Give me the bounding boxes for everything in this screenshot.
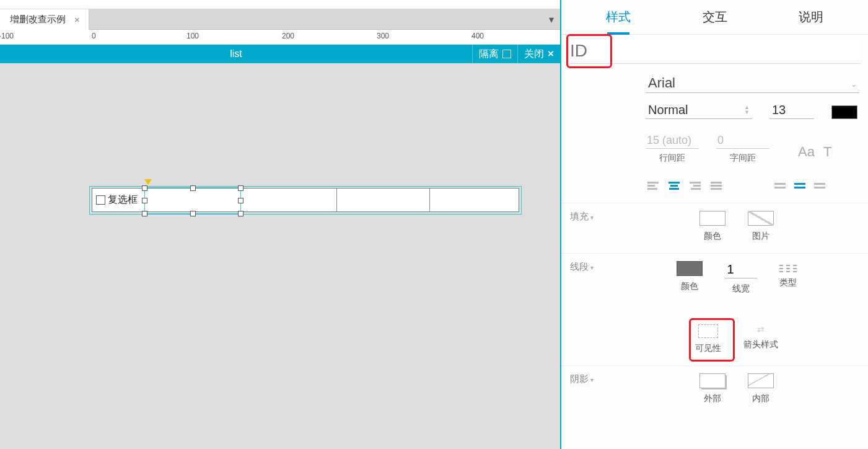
page-tab[interactable]: 增删改查示例 × [0,9,89,30]
stroke-section: 线段 颜色 1 线宽 类型 可见性 [561,254,868,366]
repeater-cell[interactable] [145,189,241,211]
typography-icon[interactable]: Aa [798,144,815,160]
align-left-icon[interactable] [646,180,660,192]
repeater-cell[interactable] [241,189,337,211]
close-icon[interactable]: × [74,14,80,25]
resize-handle[interactable] [142,198,147,203]
resize-handle[interactable] [238,211,243,216]
shadow-outer-icon[interactable] [699,373,726,388]
tabs-dropdown-icon[interactable]: ▾ [543,14,560,25]
line-spacing-label: 行间距 [659,153,685,164]
align-right-icon[interactable] [688,180,703,192]
repeater-widget[interactable]: 复选框 [92,188,519,212]
typography-section: Arial ⌄ Normal ▲▼ 13 15 (auto) 行间距 [561,68,868,203]
fill-color-swatch[interactable] [699,211,726,226]
valign-middle-icon[interactable] [793,182,807,190]
valign-top-icon[interactable] [773,182,787,190]
resize-handle[interactable] [238,185,243,191]
ruler-tick: 400 [471,32,484,40]
font-size-input[interactable]: 13 [769,102,814,119]
tab-interact[interactable]: 交互 [667,9,763,25]
repeater-cell[interactable] [430,189,519,211]
ruler-tick: 200 [282,32,294,40]
ruler-tick: 100 [186,32,199,40]
font-family-select[interactable]: Arial ⌄ [646,74,859,93]
resize-handle[interactable] [142,211,147,216]
line-spacing-input[interactable]: 15 (auto) [646,133,699,149]
align-center-icon[interactable] [667,180,682,192]
resize-handle[interactable] [190,211,196,216]
page-tabs: 增删改查示例 × ▾ [0,9,560,30]
shadow-section: 阴影 外部 内部 [561,366,868,416]
font-weight-select[interactable]: Normal ▲▼ [646,102,752,119]
panel-title: list [0,48,472,60]
tab-note[interactable]: 说明 [763,9,859,25]
resize-handle[interactable] [238,198,243,203]
stepper-icon[interactable]: ▲▼ [744,105,750,115]
font-color-swatch[interactable] [831,105,857,119]
valign-bottom-icon[interactable] [813,182,826,190]
shadow-label[interactable]: 阴影 [570,373,613,404]
resize-handle[interactable] [190,185,196,191]
close-panel-button[interactable]: 关闭 × [517,45,560,63]
close-icon: × [548,48,554,60]
repeater-cell[interactable] [337,189,430,211]
stroke-type-icon[interactable] [779,261,797,272]
inspector-panel: 样式 交互 说明 Arial ⌄ Normal ▲▼ 13 [561,0,868,449]
isolate-button[interactable]: 隔离 [472,45,517,63]
toolbar-sliver [0,0,560,9]
ruler-tick: -100 [0,32,14,40]
stroke-width-input[interactable]: 1 [725,261,757,278]
text-effect-icon[interactable]: T [823,144,831,160]
shadow-inner-icon[interactable] [748,373,774,388]
tab-style[interactable]: 样式 [570,9,667,25]
page-tab-label: 增删改查示例 [10,14,66,25]
checkbox-icon[interactable] [96,195,105,205]
checkbox-cell[interactable]: 复选框 [92,189,145,211]
ruler-tick: 300 [377,32,389,40]
border-visibility-icon[interactable] [698,324,718,338]
align-justify-icon[interactable] [709,180,724,192]
stroke-color-swatch[interactable] [677,261,703,276]
id-input[interactable] [569,38,861,64]
arrow-style-icon[interactable]: ⇄ [757,324,765,334]
isolate-icon [502,50,511,58]
column-marker-icon [144,179,152,185]
stroke-label[interactable]: 线段 [570,261,613,354]
canvas-area: 增删改查示例 × ▾ -100 0 100 200 300 400 500 60… [0,0,561,449]
fill-label[interactable]: 填充 [570,211,613,242]
dynamic-panel-header: list 隔离 关闭 × [0,45,560,63]
inspector-tabs: 样式 交互 说明 [561,0,868,35]
fill-section: 填充 颜色 图片 [561,203,868,254]
char-spacing-input[interactable]: 0 [716,133,769,149]
fill-image-swatch[interactable] [748,211,774,226]
checkbox-label: 复选框 [108,193,138,207]
resize-handle[interactable] [142,185,147,191]
ruler-tick: 0 [92,32,96,40]
ruler: -100 0 100 200 300 400 500 600 [0,30,560,45]
design-canvas[interactable]: 复选框 [0,63,560,449]
chevron-down-icon: ⌄ [851,80,857,89]
char-spacing-label: 字间距 [730,153,756,164]
